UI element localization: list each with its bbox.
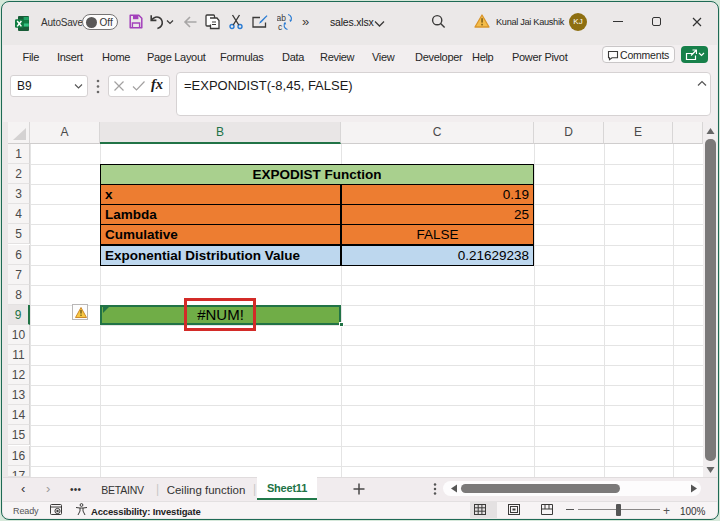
svg-text:c: c	[278, 22, 283, 31]
